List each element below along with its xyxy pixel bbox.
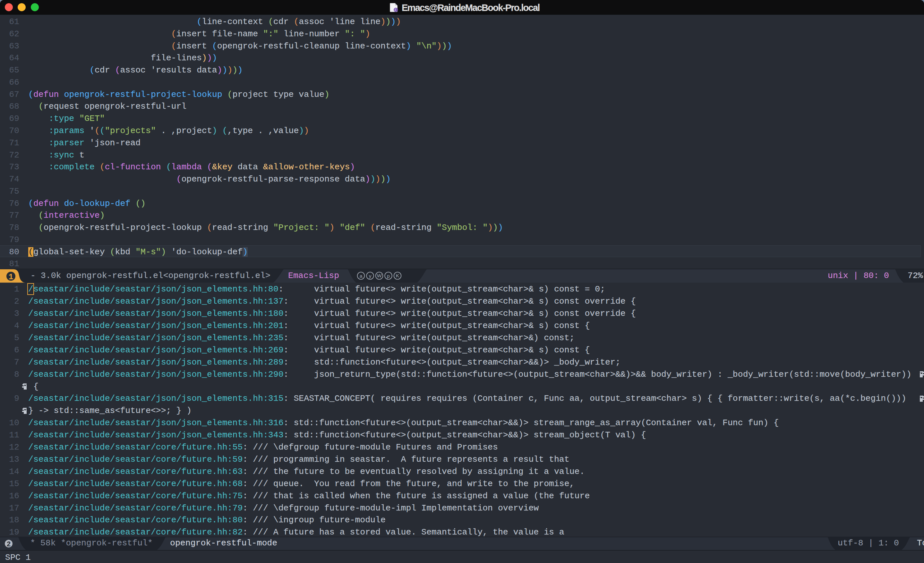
svg-text:a: a	[360, 273, 363, 279]
svg-text:y: y	[369, 273, 372, 279]
svg-text:K: K	[396, 273, 399, 278]
svg-text:W: W	[377, 273, 382, 278]
svg-text:p: p	[387, 273, 390, 279]
svg-text:2: 2	[6, 541, 10, 549]
svg-text:1: 1	[8, 273, 13, 282]
